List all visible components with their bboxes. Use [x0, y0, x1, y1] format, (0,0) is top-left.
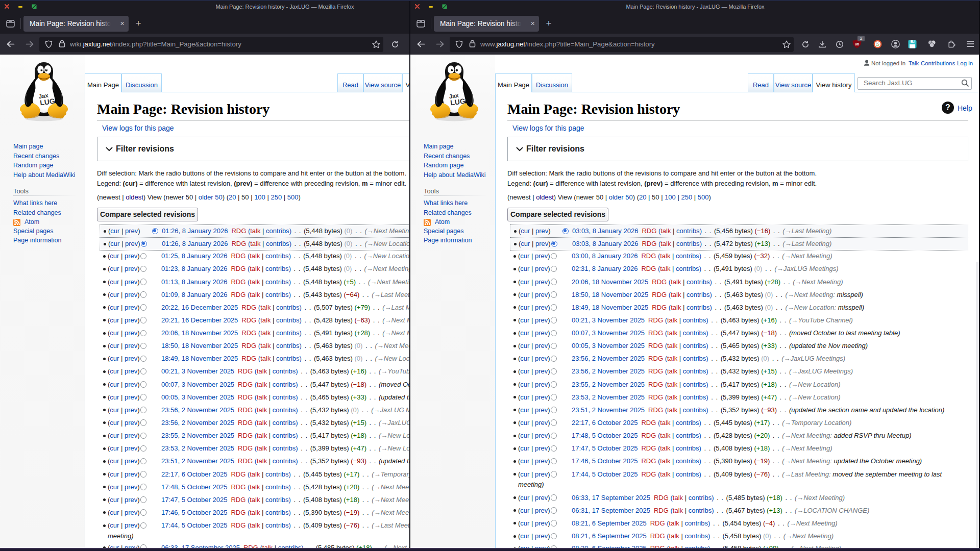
svg-text:ub: ub — [855, 42, 860, 46]
